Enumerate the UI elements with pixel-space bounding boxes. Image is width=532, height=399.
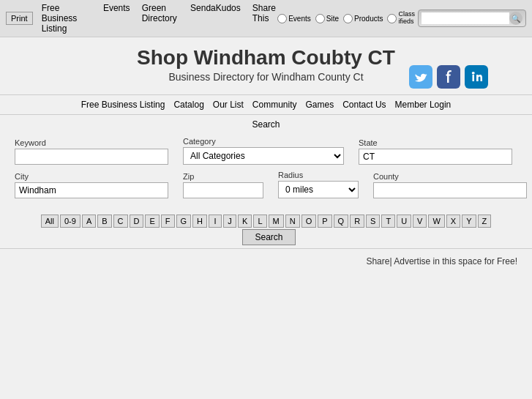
page-wrapper: Print Free Business Listing Events Green… [0, 0, 532, 399]
alpha-btn-x[interactable]: X [446, 215, 460, 228]
radio-events[interactable] [277, 14, 287, 23]
alpha-btn-b[interactable]: B [97, 215, 111, 228]
keyword-group: Keyword [15, 138, 168, 165]
alpha-btn-l[interactable]: L [253, 215, 266, 228]
top-nav-bar: Print Free Business Listing Events Green… [0, 0, 532, 37]
alpha-btn-m[interactable]: M [269, 215, 284, 228]
category-group: Category All Categories [183, 137, 344, 165]
alpha-btn-i[interactable]: I [209, 215, 222, 228]
radius-label: Radius [278, 171, 359, 179]
alpha-btn-a[interactable]: A [82, 215, 96, 228]
alpha-btn-o[interactable]: O [301, 215, 317, 228]
zip-input[interactable] [183, 182, 263, 198]
top-search-radios: Events Site Products Classifieds [277, 11, 415, 26]
top-search-box: 🔍 [418, 10, 526, 27]
games-link[interactable]: Games [306, 100, 334, 110]
alpha-btn-k[interactable]: K [238, 215, 252, 228]
county-label: County [373, 172, 527, 181]
keyword-label: Keyword [15, 138, 168, 147]
green-directory-link[interactable]: Green Directory [142, 3, 179, 34]
sendakudos-link[interactable]: SendaKudos [190, 3, 241, 34]
top-search-area: Events Site Products Classifieds 🔍 [277, 10, 526, 27]
state-input[interactable] [359, 149, 512, 165]
print-button[interactable]: Print [6, 12, 33, 25]
alpha-btn-t[interactable]: T [381, 215, 395, 228]
top-search-button[interactable]: 🔍 [509, 12, 522, 25]
alpha-btn-e[interactable]: E [145, 215, 159, 228]
alpha-btn-f[interactable]: F [161, 215, 175, 228]
radio-events-text: Events [288, 15, 311, 23]
alpha-btn-n[interactable]: N [285, 215, 300, 228]
zip-group: Zip [183, 172, 263, 198]
form-row-1: Keyword Category All Categories State [15, 137, 517, 165]
events-link[interactable]: Events [103, 3, 130, 34]
search-main-button[interactable]: Search [242, 229, 295, 245]
state-label: State [359, 138, 512, 147]
category-select[interactable]: All Categories [183, 147, 344, 165]
alpha-btn-0-9[interactable]: 0-9 [60, 215, 80, 228]
our-list-link[interactable]: Our List [213, 100, 244, 110]
radio-products[interactable] [343, 14, 353, 23]
county-input[interactable] [373, 182, 527, 198]
city-input[interactable] [15, 182, 168, 198]
radius-select[interactable]: 0 miles 5 miles 10 miles 25 miles 50 mil… [278, 181, 359, 198]
alpha-btn-z[interactable]: Z [478, 215, 492, 228]
alpha-btn-u[interactable]: U [397, 215, 411, 228]
alpha-btn-g[interactable]: G [176, 215, 192, 228]
keyword-input[interactable] [15, 149, 168, 165]
main-nav: Free Business Listing Catalog Our List C… [0, 94, 532, 115]
facebook-icon[interactable] [437, 65, 460, 89]
alpha-btn-y[interactable]: Y [462, 215, 476, 228]
radio-products-label[interactable]: Products [343, 14, 383, 23]
category-label: Category [183, 137, 344, 146]
radius-group: Radius 0 miles 5 miles 10 miles 25 miles… [278, 171, 359, 198]
home-link[interactable]: Free Business Listing [42, 3, 91, 34]
linkedin-icon[interactable] [465, 65, 488, 89]
alpha-btn-s[interactable]: S [366, 215, 380, 228]
radio-site[interactable] [315, 14, 325, 23]
alpha-btn-all[interactable]: All [41, 215, 59, 228]
state-group: State [359, 138, 512, 165]
free-business-listing-link[interactable]: Free Business Listing [81, 100, 165, 110]
form-row-2: City Zip Radius 0 miles 5 miles 10 miles… [15, 171, 517, 198]
alpha-btn-q[interactable]: Q [334, 215, 349, 228]
county-group: County [373, 172, 527, 198]
twitter-icon[interactable] [409, 65, 432, 89]
top-nav-links: Free Business Listing Events Green Direc… [42, 3, 278, 34]
radio-classifieds-text: Classifieds [398, 11, 415, 26]
search-form: Keyword Category All Categories State Ci… [0, 133, 532, 212]
city-label: City [15, 172, 168, 181]
contact-us-link[interactable]: Contact Us [342, 100, 386, 110]
alpha-btn-v[interactable]: V [413, 215, 427, 228]
member-login-link[interactable]: Member Login [395, 100, 452, 110]
alpha-btn-d[interactable]: D [130, 215, 144, 228]
footer-text: Share| Advertise in this space for Free! [0, 249, 532, 274]
search-section-title: Search [0, 115, 532, 133]
zip-label: Zip [183, 172, 263, 181]
city-group: City [15, 172, 168, 198]
radio-events-label[interactable]: Events [277, 14, 311, 23]
community-link[interactable]: Community [252, 100, 297, 110]
alpha-btn-p[interactable]: P [318, 215, 331, 228]
radio-classifieds[interactable] [387, 14, 397, 23]
alpha-btn-w[interactable]: W [428, 215, 444, 228]
radio-products-text: Products [354, 15, 383, 23]
alpha-bar: All0-9ABCDEFGHIJKLMNOPQRSTUVWXYZSearch [0, 212, 532, 248]
radio-site-text: Site [326, 15, 339, 23]
catalog-link[interactable]: Catalog [173, 100, 203, 110]
alpha-btn-j[interactable]: J [223, 215, 236, 228]
radio-site-label[interactable]: Site [315, 14, 339, 23]
alpha-btn-r[interactable]: R [350, 215, 364, 228]
alpha-btn-c[interactable]: C [113, 215, 128, 228]
top-search-input[interactable] [422, 12, 509, 24]
alpha-btn-h[interactable]: H [192, 215, 207, 228]
radio-classifieds-label[interactable]: Classifieds [387, 11, 415, 26]
share-this-link[interactable]: Share This [252, 3, 277, 34]
